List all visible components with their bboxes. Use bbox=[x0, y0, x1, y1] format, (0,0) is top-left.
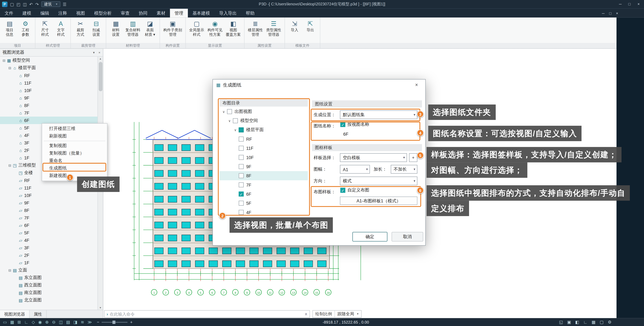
checkbox[interactable] bbox=[239, 155, 244, 160]
scroll-up-icon[interactable]: ▲ bbox=[98, 57, 103, 60]
menu-tab[interactable]: 视图 bbox=[72, 9, 90, 17]
menu-tab[interactable]: 建模 bbox=[18, 9, 36, 17]
checkbox-checked-icon[interactable] bbox=[340, 188, 345, 193]
context-menu-item[interactable]: 重命名 bbox=[42, 157, 107, 164]
tree-expander-icon[interactable]: ∨ bbox=[227, 119, 232, 123]
qat-icon[interactable]: ▢ bbox=[10, 2, 14, 6]
hamburger-icon[interactable]: ☰ bbox=[63, 2, 66, 6]
ribbon-button[interactable]: ⇲导入 bbox=[287, 19, 302, 33]
catalog-tree-row[interactable]: ∨ 模型空间 bbox=[220, 116, 308, 125]
tree-item[interactable]: ⌂ 10F bbox=[0, 86, 98, 94]
tree-item[interactable]: ▱ 5F bbox=[0, 229, 98, 237]
ribbon-button[interactable]: ▣构件子类别 管理 bbox=[162, 19, 184, 37]
menu-tab[interactable]: 文件 bbox=[0, 9, 18, 17]
command-bar[interactable]: › ∧ bbox=[104, 310, 310, 318]
checkbox-checked-icon[interactable] bbox=[340, 122, 345, 127]
status-icon[interactable]: ∟ bbox=[24, 320, 28, 324]
status-icon[interactable]: ◉ bbox=[38, 320, 42, 324]
catalog-tree-row[interactable]: 6F bbox=[220, 190, 308, 199]
tree-expander-icon[interactable]: ∨ bbox=[221, 110, 226, 113]
status-icon[interactable]: ⚙ bbox=[608, 320, 612, 324]
close-button[interactable]: × bbox=[635, 1, 642, 7]
scrollbar-thumb[interactable] bbox=[99, 62, 102, 91]
qat-icon[interactable]: ◰ bbox=[16, 2, 20, 6]
checkbox[interactable] bbox=[239, 164, 244, 169]
tree-expander-icon[interactable]: ⊟ bbox=[2, 58, 6, 62]
tree-item[interactable]: ⊟ ▦ 模型空间 bbox=[0, 57, 98, 64]
status-icon[interactable]: ◨ bbox=[74, 320, 77, 324]
menu-tab[interactable]: 协同 bbox=[134, 9, 152, 17]
checkbox[interactable] bbox=[239, 137, 244, 142]
cancel-button[interactable]: 取消 bbox=[392, 232, 423, 242]
menu-tab[interactable]: 模型分析 bbox=[90, 9, 116, 17]
tree-item[interactable]: ▱ 9F bbox=[0, 199, 98, 206]
zoom-slider[interactable]: − + bbox=[97, 320, 132, 324]
orientation-dropdown[interactable]: 横式 bbox=[340, 177, 418, 185]
ribbon-button[interactable]: ✂裁剪 方式 bbox=[73, 19, 88, 37]
zoom-in-button[interactable]: + bbox=[130, 320, 133, 324]
status-icon[interactable]: ≫ bbox=[88, 320, 92, 324]
menu-tab[interactable]: 素材 bbox=[152, 9, 170, 17]
status-icon[interactable]: ◱ bbox=[559, 320, 563, 324]
checkbox[interactable] bbox=[239, 201, 244, 206]
zoom-slider-track[interactable] bbox=[102, 322, 128, 323]
catalog-tree-row[interactable]: ∨ 楼层平面 bbox=[220, 125, 308, 134]
ribbon-button[interactable]: ☰类型属性 管理器 bbox=[265, 19, 282, 37]
tree-item[interactable]: ▤ 西立面图 bbox=[0, 282, 98, 289]
status-icon[interactable]: ▢ bbox=[600, 320, 604, 324]
ribbon-button[interactable]: ⚙工程 参数 bbox=[18, 19, 33, 37]
doc-minimize-button[interactable]: ─ bbox=[602, 11, 604, 15]
tree-item[interactable]: ▱ 3F bbox=[0, 244, 98, 252]
doc-restore-button[interactable]: □ bbox=[609, 11, 612, 15]
tree-item[interactable]: ▤ 南立面图 bbox=[0, 289, 98, 296]
zoom-slider-handle[interactable] bbox=[112, 321, 116, 324]
tree-item[interactable]: ⊟ ⌂ 楼层平面 bbox=[0, 64, 98, 72]
status-icon[interactable]: ∟ bbox=[583, 320, 587, 324]
tree-item[interactable]: ▱ 4F bbox=[0, 237, 98, 244]
catalog-tree-row[interactable]: 4F bbox=[220, 208, 308, 217]
tree-item[interactable]: ▱ 8F bbox=[0, 207, 98, 214]
tree-item[interactable]: ⌂ 6F bbox=[0, 117, 98, 124]
ribbon-button[interactable]: ◧视图 覆盖方案 bbox=[224, 19, 242, 37]
tree-item[interactable]: ▱ 6F bbox=[0, 222, 98, 229]
draw-scale-dropdown[interactable]: 跟随全局 ▾ bbox=[335, 311, 361, 317]
qat-icon[interactable]: ◫ bbox=[23, 2, 27, 6]
ribbon-button[interactable]: ≣楼层属性 管理 bbox=[246, 19, 264, 37]
tree-item[interactable]: ⌂ 7F bbox=[0, 109, 98, 117]
scroll-down-icon[interactable]: ▼ bbox=[98, 307, 103, 309]
catalog-tree-row[interactable]: 9F bbox=[220, 162, 308, 171]
dialog-title-bar[interactable]: ▦ 生成图纸 × bbox=[213, 79, 425, 90]
sheet-name-value[interactable]: 6F bbox=[343, 132, 348, 137]
layout-template-button[interactable]: A1-布图样板1（模式） bbox=[340, 197, 418, 205]
tree-item[interactable]: ▤ 东立面图 bbox=[0, 274, 98, 282]
status-icon[interactable]: ⊖ bbox=[52, 320, 56, 324]
status-icon[interactable]: ▦ bbox=[592, 320, 596, 324]
zoom-out-button[interactable]: − bbox=[97, 320, 99, 324]
ribbon-button[interactable]: ◪表面 材质 ▾ bbox=[142, 19, 158, 37]
status-icon[interactable]: ◧ bbox=[575, 320, 579, 324]
panel-close-icon[interactable]: × bbox=[98, 51, 100, 54]
status-icon[interactable]: ▦ bbox=[10, 320, 14, 324]
tree-item[interactable]: ⌂ 8F bbox=[0, 102, 98, 109]
by-view-name-checkbox[interactable]: 按视图名称 bbox=[340, 121, 369, 127]
catalog-tree-row[interactable]: RF bbox=[220, 135, 308, 144]
dialog-close-icon[interactable]: × bbox=[411, 82, 422, 88]
menu-tab[interactable]: 帮助 bbox=[241, 9, 259, 17]
panel-tab[interactable]: 视图浏览器 bbox=[0, 310, 30, 318]
minimize-button[interactable]: ─ bbox=[616, 1, 624, 7]
tree-expander-icon[interactable]: ⊟ bbox=[8, 66, 12, 70]
mode-dropdown[interactable]: 建筑 ▾ bbox=[41, 1, 60, 7]
add-template-button[interactable]: + bbox=[409, 153, 417, 162]
context-menu-item[interactable]: 复制视图 bbox=[42, 142, 107, 149]
checkbox[interactable] bbox=[227, 109, 232, 114]
tree-item[interactable]: ⌂ 9F bbox=[0, 94, 98, 101]
qat-icon[interactable]: ↶ bbox=[29, 2, 33, 6]
context-menu-item[interactable]: 打开楼层三维 bbox=[42, 125, 107, 132]
ribbon-button[interactable]: A文字 样式 bbox=[54, 19, 68, 37]
panel-menu-icon[interactable]: ▾ bbox=[93, 51, 95, 54]
tree-item[interactable]: ⌂ 11F bbox=[0, 79, 98, 86]
menu-tab[interactable]: 审查 bbox=[116, 9, 134, 17]
collapse-chevron-icon[interactable]: ∧ bbox=[305, 312, 308, 316]
checkbox[interactable] bbox=[233, 118, 238, 123]
status-icon[interactable]: ◇ bbox=[32, 320, 35, 324]
